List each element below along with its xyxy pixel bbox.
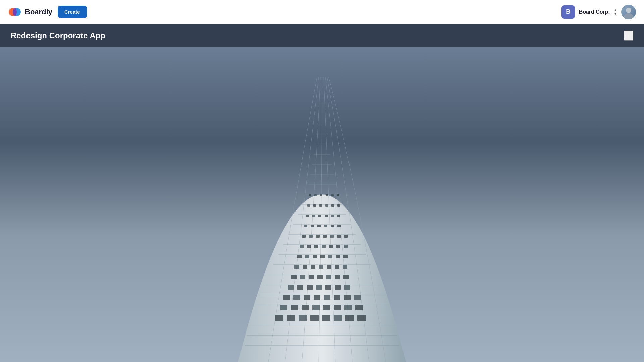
svg-rect-117	[314, 194, 317, 196]
svg-rect-57	[297, 285, 303, 290]
svg-point-2	[13, 8, 17, 16]
svg-rect-53	[334, 295, 340, 300]
workspace-icon-letter: B	[566, 8, 570, 15]
svg-rect-102	[331, 225, 334, 227]
svg-rect-59	[316, 285, 322, 290]
svg-rect-75	[335, 265, 339, 269]
svg-rect-51	[314, 295, 320, 300]
svg-rect-41	[291, 305, 298, 310]
svg-rect-74	[327, 265, 331, 269]
svg-rect-84	[300, 245, 304, 248]
workspace-icon: B	[561, 5, 575, 19]
svg-rect-108	[331, 215, 334, 217]
svg-rect-92	[309, 235, 313, 238]
workspace-name: Board Corp.	[579, 9, 610, 15]
svg-rect-99	[311, 225, 314, 227]
svg-rect-40	[280, 305, 287, 310]
svg-point-3	[626, 8, 631, 13]
svg-point-4	[624, 13, 633, 19]
svg-rect-42	[302, 305, 309, 310]
svg-rect-95	[330, 235, 334, 238]
svg-rect-112	[319, 204, 322, 207]
svg-rect-116	[309, 194, 311, 196]
svg-rect-87	[322, 245, 326, 248]
svg-rect-34	[299, 315, 307, 321]
svg-rect-33	[287, 315, 295, 321]
svg-rect-79	[313, 255, 317, 258]
board-background	[0, 47, 644, 362]
svg-rect-115	[337, 204, 340, 207]
svg-rect-35	[310, 315, 319, 321]
svg-rect-91	[302, 235, 306, 238]
svg-rect-62	[344, 285, 350, 290]
svg-rect-58	[307, 285, 313, 290]
svg-rect-90	[344, 245, 348, 248]
svg-rect-37	[334, 315, 342, 321]
svg-rect-85	[307, 245, 311, 248]
logo-container: Boardly	[8, 5, 52, 19]
board-area: To Do ··· Brainstorming + Add a card In …	[0, 47, 644, 362]
svg-rect-44	[323, 305, 330, 310]
svg-rect-103	[337, 225, 341, 227]
avatar-image	[621, 5, 636, 19]
svg-rect-89	[336, 245, 340, 248]
svg-rect-94	[323, 235, 327, 238]
svg-rect-66	[317, 275, 323, 279]
svg-rect-47	[355, 305, 363, 310]
svg-rect-110	[307, 204, 310, 207]
svg-rect-88	[329, 245, 333, 248]
svg-rect-78	[305, 255, 309, 258]
svg-rect-80	[320, 255, 325, 258]
svg-rect-96	[337, 235, 341, 238]
svg-rect-107	[325, 215, 328, 217]
svg-rect-109	[337, 215, 340, 217]
navbar-right: B Board Corp. ▲ ▼	[561, 5, 636, 19]
svg-rect-64	[300, 275, 305, 279]
svg-rect-67	[326, 275, 331, 279]
workspace-chevron-icon[interactable]: ▲ ▼	[614, 8, 617, 16]
svg-rect-32	[275, 315, 283, 321]
building-illustration	[171, 60, 473, 362]
svg-rect-71	[303, 265, 307, 269]
board-menu-icon: ···	[625, 31, 633, 40]
svg-rect-113	[325, 204, 328, 207]
svg-rect-121	[337, 194, 339, 196]
svg-rect-39	[357, 315, 366, 321]
svg-rect-61	[335, 285, 341, 290]
svg-rect-36	[322, 315, 330, 321]
svg-rect-54	[344, 295, 351, 300]
svg-rect-73	[319, 265, 323, 269]
svg-rect-43	[312, 305, 320, 310]
svg-rect-118	[320, 194, 322, 196]
svg-rect-49	[293, 295, 300, 300]
board-menu-button[interactable]: ···	[624, 31, 633, 41]
navbar: Boardly Create B Board Corp. ▲ ▼	[0, 0, 644, 24]
navbar-left: Boardly Create	[8, 5, 87, 19]
svg-rect-120	[331, 194, 334, 196]
svg-rect-86	[314, 245, 318, 248]
svg-rect-55	[354, 295, 361, 300]
svg-rect-77	[297, 255, 302, 258]
svg-rect-83	[343, 255, 348, 258]
user-avatar[interactable]	[621, 5, 636, 19]
svg-rect-48	[283, 295, 290, 300]
svg-rect-72	[311, 265, 315, 269]
svg-rect-60	[325, 285, 331, 290]
app-name: Boardly	[25, 8, 52, 16]
svg-rect-56	[288, 285, 294, 290]
svg-rect-101	[324, 225, 327, 227]
svg-rect-97	[344, 235, 348, 238]
svg-rect-50	[304, 295, 310, 300]
board-title: Redesign Corporate App	[11, 31, 105, 40]
svg-rect-82	[336, 255, 340, 258]
boardly-logo-icon	[8, 5, 21, 19]
svg-rect-45	[334, 305, 341, 310]
svg-rect-52	[324, 295, 330, 300]
svg-rect-98	[304, 225, 307, 227]
svg-rect-76	[343, 265, 347, 269]
svg-rect-70	[294, 265, 299, 269]
create-button[interactable]: Create	[58, 6, 87, 18]
svg-rect-93	[316, 235, 320, 238]
svg-rect-69	[343, 275, 349, 279]
board-header: Redesign Corporate App ···	[0, 24, 644, 47]
